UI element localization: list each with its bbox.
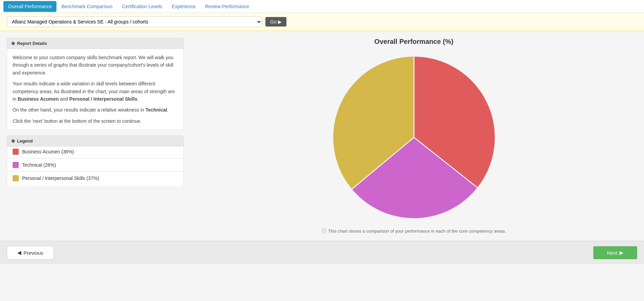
tab-review-performance[interactable]: Review Performance [200,1,254,12]
legend-header: ⊗ Legend [7,136,183,147]
legend-color-business [13,149,19,155]
report-para1: Welcome to your custom company skills be… [13,54,178,77]
legend-color-technical [13,162,19,168]
go-label: Go [270,19,277,24]
next-label: Next [607,250,617,256]
tab-overall-performance[interactable]: Overall Performance [3,1,56,12]
report-details-header: ⊗ Report Details [7,38,183,49]
report-details-section: ⊗ Report Details Welcome to your custom … [7,38,184,130]
chart-note-text: This chart shows a comparison of your pe… [328,229,506,234]
info-icon: ⓘ [321,228,326,234]
next-icon: ▶ [620,250,624,256]
footer: ◀ Previous Next ▶ [0,241,644,264]
main-content: ⊗ Report Details Welcome to your custom … [0,31,644,241]
report-para3: On the other hand, your results indicate… [13,106,178,114]
prev-label: Previous [23,250,43,256]
pie-svg [329,52,499,222]
legend-items: Business Acumen (36%) Technical (28%) Pe… [7,147,183,186]
legend-circle-icon: ⊗ [11,138,15,144]
report-details-title: Report Details [17,41,47,46]
legend-item-technical: Technical (28%) [7,160,183,170]
nav-bar: Overall Performance Benchmark Comparison… [0,0,644,13]
previous-button[interactable]: ◀ Previous [7,246,54,260]
legend-item-personal: Personal / Interpersonal Skills (37%) [7,173,183,183]
tab-experience[interactable]: Experience [167,1,200,12]
right-panel: Overall Performance (%) [191,38,637,234]
report-para2: Your results indicate a wide variation i… [13,80,178,103]
report-details-body: Welcome to your custom company skills be… [7,49,183,130]
chart-title: Overall Performance (%) [374,38,453,46]
chart-note: ⓘ This chart shows a comparison of your … [321,228,506,234]
tab-benchmark-comparison[interactable]: Benchmark Comparison [56,1,117,12]
pie-chart [329,52,499,222]
legend-label-personal: Personal / Interpersonal Skills (37%) [22,175,99,181]
left-panel: ⊗ Report Details Welcome to your custom … [7,38,184,234]
legend-title: Legend [17,138,33,144]
go-icon: ▶ [278,19,282,24]
legend-label-business: Business Acumen (36%) [22,149,74,154]
cohort-selector[interactable]: Allianz Managed Operations & Services SE… [7,16,262,27]
circle-icon: ⊗ [11,41,15,46]
report-para4: Click the 'next' button at the bottom of… [13,117,178,125]
next-button[interactable]: Next ▶ [593,246,637,259]
legend-section: ⊗ Legend Business Acumen (36%) Technical… [7,135,184,188]
legend-label-technical: Technical (28%) [22,162,56,168]
legend-color-personal [13,175,19,181]
legend-item-business: Business Acumen (36%) [7,147,183,157]
selector-bar: Allianz Managed Operations & Services SE… [0,13,644,31]
go-button[interactable]: Go ▶ [265,17,286,27]
tab-certification-levels[interactable]: Certification Levels [117,1,167,12]
prev-icon: ◀ [17,250,21,256]
